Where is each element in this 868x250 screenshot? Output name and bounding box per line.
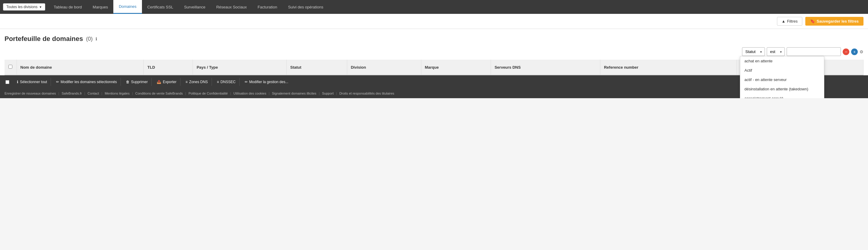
th-division: Division [347, 60, 421, 75]
footer-link-droits-titulaires[interactable]: Droits et responsabilités des titulaires [339, 92, 394, 95]
th-statut: Statut [287, 60, 347, 75]
filter-field-select[interactable]: Statut [742, 47, 765, 56]
select-all-checkbox[interactable] [8, 65, 12, 69]
domain-count-badge: (0) [86, 36, 93, 42]
th-reference-number-label: Reference number [604, 65, 638, 70]
filter-operator-select[interactable]: est [767, 47, 785, 56]
footer-link-contact[interactable]: Contact [88, 92, 99, 95]
filter-add-button[interactable]: + [851, 49, 858, 55]
footer-link-conditions-vente[interactable]: Conditions de vente SafeBrands [135, 92, 183, 95]
footer-link-cookies[interactable]: Utilisation des cookies [234, 92, 267, 95]
nav-item-reseaux-sociaux[interactable]: Réseaux Sociaux [211, 0, 252, 14]
domains-table: Nom de domaine TLD Pays / Type [4, 60, 864, 75]
division-selector[interactable]: Toutes les divisions ▼ [3, 3, 45, 10]
footer-link-politique-confidentialite[interactable]: Politique de Confidentialité [188, 92, 227, 95]
th-division-label: Division [351, 65, 366, 70]
th-marque: Marque [421, 60, 491, 75]
footer-link-safebrands[interactable]: SafeBrands.fr [61, 92, 82, 95]
division-label: Toutes les divisions [6, 5, 37, 9]
select-all-button[interactable]: ℹ Sélectionner tout [13, 78, 51, 86]
remove-icon: − [845, 50, 847, 54]
filter-field-wrapper: Statut [742, 47, 765, 56]
footer-link-register[interactable]: Enregistrer de nouveaux domaines [4, 92, 56, 95]
export-label: Exporter [163, 80, 176, 84]
th-pays-type: Pays / Type [193, 60, 287, 75]
nav-item-domaines[interactable]: Domaines [113, 0, 142, 14]
footer-link-mentions-legales[interactable]: Mentions légales [104, 92, 130, 95]
th-nom-de-domaine-label: Nom de domaine [21, 65, 52, 70]
nav-item-suivi-operations[interactable]: Suivi des opérations [283, 0, 329, 14]
delete-label: Supprimer [131, 80, 148, 84]
modify-management-label: Modifier la gestion des... [249, 80, 288, 84]
nav-item-surveillance[interactable]: Surveillance [179, 0, 211, 14]
dnssec-label: DNSSEC [221, 80, 236, 84]
th-tld: TLD [144, 60, 193, 75]
main-content: Portefeuille de domaines (0) ℹ Statut es… [0, 29, 868, 75]
filter-remove-button[interactable]: − [843, 49, 849, 55]
filters-label: Filtres [787, 19, 798, 24]
nav-item-facturation[interactable]: Facturation [252, 0, 283, 14]
select-all-label: Sélectionner tout [20, 80, 47, 84]
th-statut-label: Statut [290, 65, 301, 70]
save-filters-label: Sauvegarder les filtres [817, 19, 859, 24]
save-filters-button[interactable]: 🔖 Sauvegarder les filtres [805, 17, 864, 26]
th-pays-type-label: Pays / Type [196, 65, 218, 70]
export-icon: 📤 [157, 80, 161, 84]
modify-selected-button[interactable]: ✏ Modifier les domaines sélectionnés [53, 78, 121, 86]
trash-icon: 🗑 [126, 80, 130, 84]
action-bar: ℹ Sélectionner tout ✏ Modifier les domai… [0, 75, 868, 89]
nav-item-certificats-ssl[interactable]: Certificats SSL [142, 0, 179, 14]
modify-management-button[interactable]: ✏ Modifier la gestion des... [241, 78, 292, 86]
zones-dns-label: Zones DNS [189, 80, 208, 84]
footer-link-signalement[interactable]: Signalement domaines illicites [272, 92, 316, 95]
domains-table-container: Nom de domaine TLD Pays / Type [4, 60, 864, 75]
page-title-row: Portefeuille de domaines (0) ℹ [4, 35, 864, 43]
dnssec-button[interactable]: ≡ DNSSEC [213, 78, 240, 86]
th-reference-number: Reference number [600, 60, 736, 75]
page-title: Portefeuille de domaines [4, 35, 83, 43]
dropdown-item-actif-en-attente-serveur[interactable]: actif - en attente serveur [740, 75, 824, 84]
dropdown-item-actif[interactable]: Actif [740, 66, 824, 75]
th-nom-de-domaine: Nom de domaine [17, 60, 144, 75]
nav-item-marques[interactable]: Marques [87, 0, 114, 14]
filter-bar: ▲ Filtres 🔖 Sauvegarder les filtres [0, 14, 868, 29]
dropdown-item-enregistrement-annule[interactable]: enregistrement annulé [740, 94, 824, 98]
pencil-icon: ✏ [245, 80, 248, 84]
table-header-row: Nom de domaine TLD Pays / Type [4, 60, 864, 75]
filters-toggle-button[interactable]: ▲ Filtres [777, 17, 802, 26]
filter-triangle-icon: ▲ [781, 19, 785, 24]
division-arrow-icon: ▼ [39, 5, 42, 9]
dnssec-icon: ≡ [217, 80, 219, 84]
modify-selected-label: Modifier les domaines sélectionnés [61, 80, 117, 84]
edit-icon: ✏ [56, 80, 59, 84]
dropdown-item-achat-en-attente[interactable]: achat en attente [740, 56, 824, 66]
columns-settings-icon[interactable]: ⚙ [860, 50, 864, 54]
th-marque-label: Marque [425, 65, 439, 70]
info-icon[interactable]: ℹ [96, 36, 97, 41]
filter-row: Statut est achat en attente Actif actif … [4, 47, 864, 56]
filter-dropdown: achat en attente Actif actif - en attent… [740, 56, 824, 98]
th-tld-label: TLD [147, 65, 155, 70]
top-navigation: Toutes les divisions ▼ Tableau de bord M… [0, 0, 868, 14]
bookmark-icon: 🔖 [810, 19, 815, 24]
zones-dns-button[interactable]: ≡ Zones DNS [182, 78, 212, 86]
nav-item-tableau-de-bord[interactable]: Tableau de bord [48, 0, 87, 14]
footer-link-support[interactable]: Support [322, 92, 334, 95]
info-circle-icon: ℹ [17, 80, 19, 84]
th-serveurs-dns: Serveurs DNS [491, 60, 600, 75]
zones-dns-icon: ≡ [186, 80, 188, 84]
filter-value-container: achat en attente Actif actif - en attent… [786, 47, 841, 56]
filter-operator-wrapper: est [767, 47, 785, 56]
filter-value-input[interactable] [786, 47, 841, 56]
export-button[interactable]: 📤 Exporter [153, 78, 180, 86]
delete-button[interactable]: 🗑 Supprimer [122, 78, 152, 86]
dropdown-item-desinstallation-en-attente[interactable]: désinstallation en attente (takedown) [740, 84, 824, 94]
select-all-checkbox-th [4, 60, 17, 75]
add-icon: + [853, 50, 856, 54]
footer: Enregistrer de nouveaux domaines | SafeB… [0, 89, 868, 98]
action-select-all-checkbox[interactable] [5, 80, 9, 84]
th-serveurs-dns-label: Serveurs DNS [495, 65, 521, 70]
